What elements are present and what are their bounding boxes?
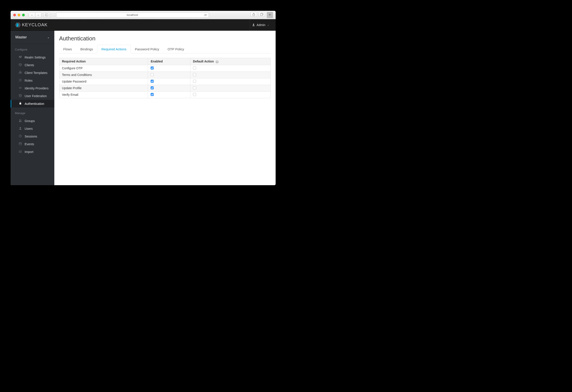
default-action-checkbox[interactable] xyxy=(193,86,196,89)
sidebar-item-label: Roles xyxy=(25,79,33,82)
browser-window: ‹ › localhost ⟳ + xyxy=(11,11,276,185)
browser-chrome: ‹ › localhost ⟳ + xyxy=(11,11,276,19)
sidebar-item-label: Authentication xyxy=(25,102,44,106)
help-icon[interactable]: ? xyxy=(216,60,219,63)
sidebar-item-user-federation[interactable]: User Federation xyxy=(11,92,54,100)
enabled-cell xyxy=(148,78,190,85)
sidebar-item-realm-settings[interactable]: Realm Settings xyxy=(11,53,54,61)
realm-name: Master xyxy=(16,35,27,40)
enabled-cell xyxy=(148,85,190,91)
action-name-cell: Verify Email xyxy=(59,91,148,98)
user-label: Admin xyxy=(257,23,266,27)
chevron-left-icon: ‹ xyxy=(31,13,32,17)
enabled-checkbox[interactable] xyxy=(151,93,154,96)
close-window-button[interactable] xyxy=(13,14,16,16)
user-menu[interactable]: Admin ⌄ xyxy=(250,19,271,30)
th-required-action: Required Action xyxy=(59,58,148,65)
tabs-icon xyxy=(260,13,263,16)
sidebar-item-users[interactable]: Users xyxy=(11,125,54,133)
svg-point-30 xyxy=(20,120,21,121)
sidebar-item-label: Groups xyxy=(25,119,35,123)
sidebar-toggle-button[interactable] xyxy=(43,13,50,17)
clock-icon xyxy=(18,135,22,138)
default-action-checkbox[interactable] xyxy=(193,93,196,96)
action-name-cell: Update Password xyxy=(59,78,148,85)
enabled-checkbox[interactable] xyxy=(151,80,154,83)
th-default-label: Default Action xyxy=(193,60,214,63)
tab-password-policy[interactable]: Password Policy xyxy=(131,45,163,53)
tab-otp-policy[interactable]: OTP Policy xyxy=(163,45,188,53)
sidebar-item-groups[interactable]: Groups xyxy=(11,117,54,125)
table-row: Update Password xyxy=(59,78,270,85)
lock-icon xyxy=(18,102,22,106)
brand-logo[interactable]: KEYCLOAK xyxy=(15,22,48,27)
default-action-checkbox[interactable] xyxy=(193,80,196,83)
user-icon xyxy=(18,127,22,130)
cube-icon xyxy=(18,63,22,67)
svg-point-31 xyxy=(20,127,21,128)
minimize-window-button[interactable] xyxy=(18,14,20,16)
forward-button[interactable]: › xyxy=(35,13,41,17)
enabled-checkbox[interactable] xyxy=(151,66,154,70)
sidebar-item-label: Client Templates xyxy=(25,71,48,75)
tabs-button[interactable] xyxy=(258,12,265,17)
sidebar-item-label: Clients xyxy=(25,63,34,67)
main-content: Authentication FlowsBindingsRequired Act… xyxy=(54,19,276,185)
share-icon xyxy=(253,13,255,16)
keycloak-logo-icon xyxy=(15,23,21,27)
sidebar-item-roles[interactable]: Roles xyxy=(11,76,54,84)
chevron-right-icon: › xyxy=(38,13,39,17)
realm-selector[interactable]: Master ⌄ xyxy=(11,31,54,44)
import-icon xyxy=(18,150,22,154)
window-controls xyxy=(13,14,25,16)
sidebar-item-import[interactable]: Import xyxy=(11,148,54,156)
action-name-cell: Terms and Conditions xyxy=(59,72,148,78)
cubes-icon xyxy=(18,71,22,75)
calendar-icon xyxy=(18,142,22,146)
enabled-checkbox[interactable] xyxy=(151,86,154,89)
tab-flows[interactable]: Flows xyxy=(59,45,76,53)
sidebar-item-events[interactable]: Events xyxy=(11,140,54,148)
sidebar-item-label: Import xyxy=(25,150,33,154)
plus-icon: + xyxy=(269,13,271,17)
svg-line-17 xyxy=(20,64,22,65)
svg-rect-28 xyxy=(19,103,21,105)
sidebar-item-client-templates[interactable]: Client Templates xyxy=(11,69,54,76)
sidebar-item-label: User Federation xyxy=(25,94,47,98)
sidebar-item-clients[interactable]: Clients xyxy=(11,61,54,69)
app-topbar: KEYCLOAK Admin ⌄ xyxy=(11,19,276,31)
svg-point-14 xyxy=(21,56,21,57)
table-row: Terms and Conditions xyxy=(59,72,270,78)
svg-point-10 xyxy=(19,56,20,57)
enabled-cell xyxy=(148,65,190,72)
sidebar: Master ⌄ ConfigureRealm SettingsClientsC… xyxy=(11,19,54,185)
tab-required-actions[interactable]: Required Actions xyxy=(97,45,130,53)
reload-icon[interactable]: ⟳ xyxy=(204,13,207,17)
user-icon xyxy=(252,23,255,27)
page-title: Authentication xyxy=(59,35,271,42)
sidebar-item-authentication[interactable]: Authentication xyxy=(11,100,54,107)
enabled-checkbox[interactable] xyxy=(151,73,154,76)
enabled-cell xyxy=(148,72,190,78)
new-tab-button[interactable]: + xyxy=(267,12,273,18)
sidebar-item-sessions[interactable]: Sessions xyxy=(11,133,54,140)
url-bar[interactable]: localhost ⟳ xyxy=(56,12,209,18)
svg-marker-19 xyxy=(20,71,21,72)
share-button[interactable] xyxy=(251,12,257,17)
url-text: localhost xyxy=(127,13,138,16)
default-cell xyxy=(190,78,270,85)
sidebar-item-identity-providers[interactable]: Identity Providers xyxy=(11,84,54,92)
svg-marker-21 xyxy=(20,72,22,74)
sidebar-heading: Manage xyxy=(11,107,54,117)
svg-point-27 xyxy=(19,94,21,95)
sidebar-item-label: Identity Providers xyxy=(25,87,48,90)
tab-bindings[interactable]: Bindings xyxy=(76,45,97,53)
maximize-window-button[interactable] xyxy=(22,14,25,16)
back-button[interactable]: ‹ xyxy=(29,13,35,17)
nav-buttons: ‹ › xyxy=(29,12,42,18)
sidebar-item-label: Events xyxy=(25,142,34,146)
default-action-checkbox[interactable] xyxy=(193,66,196,70)
default-cell xyxy=(190,65,270,72)
default-action-checkbox[interactable] xyxy=(193,73,196,76)
svg-marker-20 xyxy=(19,72,20,74)
